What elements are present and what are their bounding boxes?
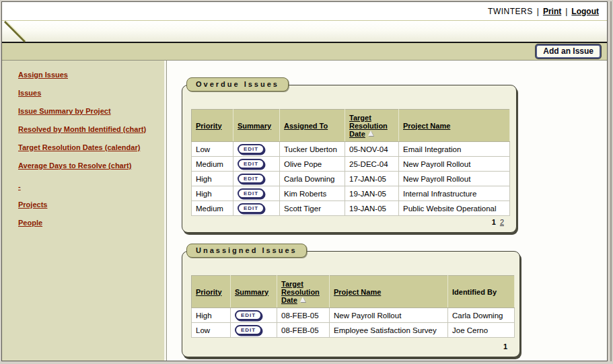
edit-button[interactable]: EDIT [238,203,264,213]
pagination-current-page: 1 [503,342,507,351]
cell-project: New Payroll Rollout [399,172,510,186]
table-header-row: Priority Summary Target Resolution Date … [192,276,515,308]
unassigned-issues-panel: Unassigned Issues Priority Summary Targe… [182,244,520,357]
sidebar-item-resolved-by-month-chart[interactable]: Resolved by Month Identified (chart) [18,124,166,133]
sort-link[interactable]: Priority [196,122,222,130]
sidebar-link[interactable]: Average Days to Resolve (chart) [18,161,131,170]
cell-identified-by: Joe Cerno [448,323,515,338]
sidebar-item-projects[interactable]: Projects [18,200,166,209]
cell-project: Internal Infrastructure [399,186,510,201]
cell-summary: EDIT [231,308,277,323]
sidebar-link[interactable]: Issue Summary by Project [18,107,111,115]
sidebar-item-people[interactable]: People [18,218,166,227]
top-bar: TWINTERS | Print | Logout [2,2,607,20]
panel-title-tab: Unassigned Issues [186,244,307,258]
pagination-current-page: 1 [492,218,496,226]
separator: | [537,7,539,16]
cell-identified-by: Carla Downing [448,308,515,323]
column-header-assigned-to[interactable]: Assigned To [280,110,345,142]
table-row: High EDIT Kim Roberts 19-JAN-05 Internal… [192,186,510,201]
pagination: 1 [503,342,507,351]
column-label: Identified By [452,288,497,296]
print-link[interactable]: Print [543,7,561,16]
cell-project: New Payroll Rollout [399,157,510,172]
cell-project: Employee Satisfaction Survey [330,323,448,338]
content-row: Assign Issues Issues Issue Summary by Pr… [2,61,607,361]
sidebar-item-issue-summary-by-project[interactable]: Issue Summary by Project [18,106,166,115]
column-header-project-name[interactable]: Project Name [330,276,448,308]
separator: | [565,7,567,16]
action-bar: Add an Issue [2,43,607,61]
table-row: High EDIT Carla Downing 17-JAN-05 New Pa… [192,172,510,186]
cell-priority: High [192,308,231,323]
column-header-target-resolution-date[interactable]: Target Resolution Date [277,276,330,308]
column-header-priority[interactable]: Priority [192,110,233,142]
diagonal-slash-icon [2,21,32,42]
main-content: Overdue Issues Priority Summary Assigned… [167,61,607,361]
sort-link[interactable]: Assigned To [284,122,328,130]
table-row: Medium EDIT Scott Tiger 19-JAN-05 Public… [192,201,510,216]
sidebar-link[interactable]: People [18,219,42,227]
sidebar-item-assign-issues[interactable]: Assign Issues [18,70,166,79]
pagination-page-2-link[interactable]: 2 [500,218,504,226]
edit-button[interactable]: EDIT [238,159,264,169]
panel-body: Priority Summary Target Resolution Date … [182,251,520,357]
unassigned-issues-table: Priority Summary Target Resolution Date … [191,275,515,338]
cell-summary: EDIT [233,201,280,216]
cell-summary: EDIT [231,323,277,338]
cell-priority: High [192,172,233,186]
column-header-summary[interactable]: Summary [231,276,277,308]
edit-button[interactable]: EDIT [238,144,264,154]
sidebar-link[interactable]: Resolved by Month Identified (chart) [18,125,146,133]
add-issue-button[interactable]: Add an Issue [536,44,601,59]
sidebar-link[interactable]: Projects [18,201,47,209]
pagination: 12 [492,218,504,226]
column-header-priority[interactable]: Priority [192,276,231,308]
cell-target-date: 19-JAN-05 [345,186,399,201]
panel-body: Priority Summary Assigned To Target Reso… [182,85,517,233]
cell-summary: EDIT [233,186,280,201]
edit-button[interactable]: EDIT [235,325,262,335]
username-label: TWINTERS [488,7,533,16]
sidebar-link[interactable]: Issues [18,89,41,97]
cell-priority: High [192,186,233,201]
column-header-project-name[interactable]: Project Name [399,110,510,142]
sort-link[interactable]: Summary [238,122,271,130]
overdue-issues-panel: Overdue Issues Priority Summary Assigned… [182,77,517,233]
sort-link[interactable]: Project Name [334,288,381,296]
sort-link[interactable]: Priority [196,288,222,296]
cell-project: New Payroll Rollout [330,308,448,323]
edit-button[interactable]: EDIT [238,188,264,198]
table-row: Low EDIT 08-FEB-05 Employee Satisfaction… [192,323,515,338]
edit-button[interactable]: EDIT [235,310,262,320]
cell-target-date: 17-JAN-05 [345,172,399,186]
cell-priority: Medium [192,201,233,216]
cell-priority: Low [192,323,231,338]
window-frame: TWINTERS | Print | Logout Add an Issue A… [0,0,613,364]
sidebar-link[interactable]: Target Resolution Dates (calendar) [18,143,140,151]
sidebar-item-issues[interactable]: Issues [18,88,166,97]
sidebar-item-dash[interactable]: - [18,182,166,190]
table-row: Medium EDIT Olive Pope 25-DEC-04 New Pay… [192,157,510,172]
sidebar-link[interactable]: - [18,182,21,190]
sort-link[interactable]: Summary [235,288,268,296]
cell-target-date: 05-NOV-04 [345,142,399,157]
panel-title-tab: Overdue Issues [186,77,289,92]
column-header-summary[interactable]: Summary [233,110,280,142]
logout-link[interactable]: Logout [571,7,599,16]
sort-link[interactable]: Project Name [403,122,450,130]
cell-target-date: 08-FEB-05 [277,308,330,323]
cell-target-date: 08-FEB-05 [277,323,330,338]
overdue-issues-table: Priority Summary Assigned To Target Reso… [191,109,510,216]
column-header-target-resolution-date[interactable]: Target Resolution Date [345,110,399,142]
table-row: High EDIT 08-FEB-05 New Payroll Rollout … [192,308,515,323]
edit-button[interactable]: EDIT [238,174,264,184]
column-header-identified-by: Identified By [448,276,515,308]
sort-ascending-icon [368,131,373,136]
table-row: Low EDIT Tucker Uberton 05-NOV-04 Email … [192,142,510,157]
header-gradient-band [2,20,607,42]
sidebar-item-target-resolution-calendar[interactable]: Target Resolution Dates (calendar) [18,143,166,151]
sidebar-link[interactable]: Assign Issues [18,71,68,79]
table-header-row: Priority Summary Assigned To Target Reso… [192,110,510,142]
sidebar-item-average-days-chart[interactable]: Average Days to Resolve (chart) [18,161,166,170]
